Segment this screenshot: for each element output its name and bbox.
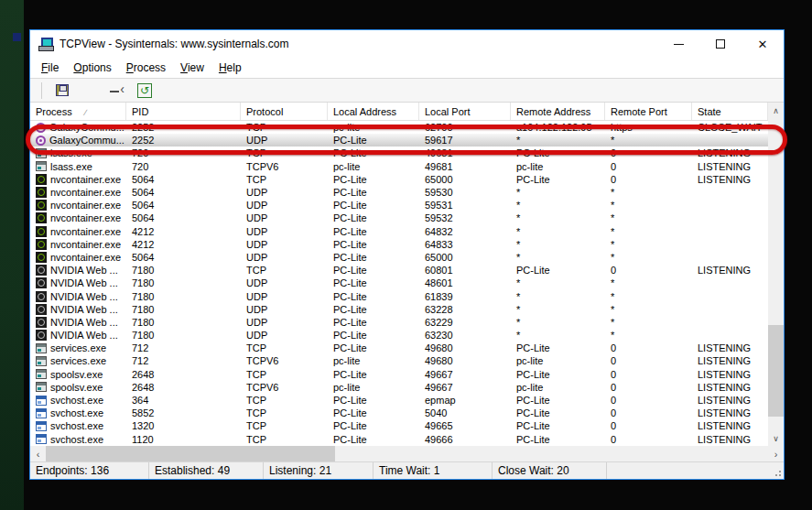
cell-process: svchost.exe [30, 394, 126, 407]
table-row[interactable]: services.exe712TCPV6pc-lite49680pc-lite0… [30, 354, 768, 367]
table-row[interactable]: nvcontainer.exe5064UDPPC-Lite65000** [30, 251, 768, 264]
cell-local_address: PC-Lite [328, 368, 419, 381]
cell-pid: 1320 [126, 419, 241, 432]
table-row[interactable]: GalaxyCommu...2252UDPPC-Lite59617** [30, 134, 768, 146]
column-header-remote_address[interactable]: Remote Address [511, 103, 605, 120]
table-row[interactable]: svchost.exe1320TCPPC-Lite49665PC-Lite0LI… [30, 419, 768, 432]
cell-remote_address: * [511, 225, 605, 238]
table-row[interactable]: NVIDIA Web ...7180UDPPC-Lite48601** [30, 277, 768, 289]
cell-protocol: TCP [241, 368, 328, 381]
cell-protocol: TCP [241, 433, 328, 446]
table-row[interactable]: svchost.exe1120TCPPC-Lite49666PC-Lite0LI… [30, 433, 768, 446]
table-row[interactable]: NVIDIA Web ...7180UDPPC-Lite63230** [30, 329, 768, 342]
cell-local_port: 64833 [419, 238, 511, 251]
menu-item-process[interactable]: Process [119, 60, 173, 76]
column-header-state[interactable]: State [692, 103, 768, 120]
cell-remote_port: 0 [605, 264, 692, 277]
cell-remote_address: * [511, 238, 605, 251]
table-row[interactable]: nvcontainer.exe4212UDPPC-Lite64832** [30, 225, 768, 238]
table-row[interactable]: nvcontainer.exe5064TCPPC-Lite65000PC-Lit… [30, 173, 768, 186]
cell-process: GalaxyCommu... [30, 121, 126, 134]
menu-item-view[interactable]: View [173, 60, 211, 76]
table-row[interactable]: NVIDIA Web ...7180UDPPC-Lite63228** [30, 303, 768, 316]
scroll-left-icon[interactable]: ‹ [30, 446, 46, 461]
column-header-pid[interactable]: PID [126, 103, 241, 120]
table-row[interactable]: spoolsv.exe2648TCPV6pc-lite49667pc-lite0… [30, 381, 768, 394]
cell-process: nvcontainer.exe [30, 238, 126, 251]
table-row[interactable]: svchost.exe5852TCPPC-Lite5040PC-Lite0LIS… [30, 407, 768, 419]
cell-process: NVIDIA Web ... [30, 303, 126, 316]
horizontal-scrollbar-thumb[interactable] [46, 446, 335, 461]
resize-grip[interactable] [774, 469, 781, 476]
window-title: TCPView - Sysinternals: www.sysinternals… [60, 38, 289, 50]
cell-local_port: 63230 [419, 329, 511, 342]
column-header-local_address[interactable]: Local Address [328, 103, 419, 120]
cell-local_address: PC-Lite [328, 146, 419, 159]
cell-protocol: TCP [241, 146, 328, 159]
cell-pid: 712 [126, 354, 241, 367]
table-row[interactable]: nvcontainer.exe5064UDPPC-Lite59532** [30, 212, 768, 224]
cell-process: services.exe [30, 342, 126, 354]
cell-local_address: PC-Lite [328, 277, 419, 289]
cell-remote_address: pc-lite [511, 160, 605, 173]
menu-item-help[interactable]: Help [211, 60, 249, 76]
cell-local_port: 49667 [419, 368, 511, 381]
cell-process: nvcontainer.exe [30, 251, 126, 264]
table-row[interactable]: lsass.exe720TCPV6pc-lite49681pc-lite0LIS… [30, 160, 768, 173]
table-row[interactable]: lsass.exe720TCPPC-Lite49681PC-Lite0LISTE… [30, 146, 768, 159]
column-header-protocol[interactable]: Protocol [241, 103, 328, 120]
table-row[interactable]: nvcontainer.exe4212UDPPC-Lite64833** [30, 238, 768, 251]
scroll-down-icon[interactable]: ∨ [768, 430, 784, 446]
table-row[interactable]: nvcontainer.exe5064UDPPC-Lite59530** [30, 186, 768, 199]
table-row[interactable]: NVIDIA Web ...7180TCPPC-Lite60801PC-Lite… [30, 264, 768, 277]
cell-pid: 2252 [126, 121, 241, 134]
vertical-scrollbar[interactable]: ∧ ∨ [768, 103, 784, 446]
vertical-scrollbar-thumb[interactable] [768, 325, 784, 417]
column-header-remote_port[interactable]: Remote Port [605, 103, 692, 120]
cell-pid: 7180 [126, 316, 241, 329]
column-header-row: Process∕PIDProtocolLocal AddressLocal Po… [30, 103, 768, 121]
whois-button[interactable] [108, 81, 126, 100]
table-row[interactable]: NVIDIA Web ...7180UDPPC-Lite63229** [30, 316, 768, 329]
table-row[interactable]: nvcontainer.exe5064UDPPC-Lite59531** [30, 199, 768, 212]
scroll-up-icon[interactable]: ∧ [768, 103, 784, 118]
table-row[interactable]: GalaxyCommu...2252TCPpc-lite62700a104.12… [30, 121, 768, 134]
cell-remote_address: pc-lite [511, 354, 605, 367]
menu-item-options[interactable]: Options [66, 60, 118, 76]
cell-process: NVIDIA Web ... [30, 329, 126, 342]
cell-state: LISTENING [692, 160, 768, 173]
close-button[interactable]: ✕ [742, 30, 784, 58]
galaxy-process-icon [36, 136, 46, 146]
maximize-button[interactable] [699, 30, 742, 58]
menu-item-file[interactable]: File [34, 60, 66, 76]
cell-process: NVIDIA Web ... [30, 264, 126, 277]
cell-remote_address: PC-Lite [511, 419, 605, 432]
title-bar[interactable]: TCPView - Sysinternals: www.sysinternals… [30, 30, 784, 58]
column-header-local_port[interactable]: Local Port [419, 103, 511, 120]
refresh-button[interactable] [135, 81, 154, 100]
table-row[interactable]: spoolsv.exe2648TCPPC-Lite49667PC-Lite0LI… [30, 368, 768, 381]
table-row[interactable]: svchost.exe364TCPPC-LiteepmapPC-Lite0LIS… [30, 394, 768, 407]
table-row[interactable]: services.exe712TCPPC-Lite49680PC-Lite0LI… [30, 342, 768, 354]
cell-local_address: PC-Lite [328, 225, 419, 238]
cell-remote_address: * [511, 277, 605, 289]
cell-remote_port: https [605, 121, 692, 134]
cell-remote_address: PC-Lite [511, 394, 605, 407]
save-button[interactable] [53, 81, 71, 100]
cell-pid: 2648 [126, 368, 241, 381]
cell-remote_address: PC-Lite [511, 146, 605, 159]
cell-remote_port: 0 [605, 173, 692, 186]
minimize-button[interactable] [657, 30, 699, 58]
cell-local_port: 5040 [419, 407, 511, 419]
font-button[interactable] [81, 81, 99, 100]
table-row[interactable]: NVIDIA Web ...7180UDPPC-Lite61839** [30, 289, 768, 302]
cell-process: NVIDIA Web ... [30, 316, 126, 329]
cell-remote_address: * [511, 329, 605, 342]
horizontal-scrollbar[interactable]: ‹ › [30, 446, 784, 461]
toolbar [30, 78, 784, 103]
column-header-process[interactable]: Process∕ [30, 103, 126, 120]
cell-remote_port: * [605, 199, 692, 212]
scroll-right-icon[interactable]: › [768, 446, 784, 461]
cell-pid: 5064 [126, 199, 241, 212]
cell-pid: 720 [126, 146, 241, 159]
